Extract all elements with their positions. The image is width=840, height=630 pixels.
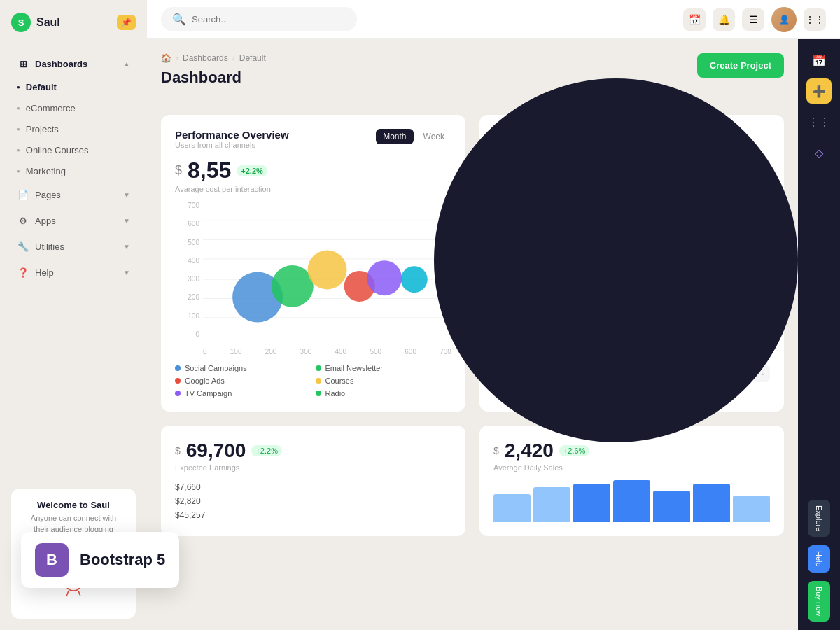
sidebar-item-pages[interactable]: 📄 Pages ▼ xyxy=(6,182,141,207)
sidebar-item-online-courses[interactable]: ● Online Courses xyxy=(6,140,141,160)
sales-item-3: $45,257 xyxy=(175,508,451,522)
tab-week[interactable]: Week xyxy=(416,129,451,144)
utilities-label: Utilities xyxy=(35,241,64,252)
author-tab-mobile[interactable]: 📱 Mobile xyxy=(636,158,678,202)
view-btn-jane[interactable]: → xyxy=(753,280,770,297)
bar-7 xyxy=(733,496,770,522)
content-wrapper: 🏠 › Dashboards › Default Dashboard Creat… xyxy=(147,39,840,630)
bar-1 xyxy=(493,494,531,522)
author-tab-crypto[interactable]: 💰 Crypto xyxy=(541,158,583,202)
author-name-guy: Guy Hawkins xyxy=(524,238,582,248)
search-box[interactable]: 🔍 xyxy=(161,7,357,31)
svg-point-17 xyxy=(308,251,347,290)
page-title: Dashboard xyxy=(161,69,266,87)
svg-point-28 xyxy=(501,365,511,374)
mobile-label: Mobile xyxy=(646,183,668,192)
author-tabs: 🖥 SaaS 💰 Crypto 👥 Social xyxy=(493,158,770,202)
help-label: Help xyxy=(35,267,54,278)
chart-area xyxy=(203,202,451,338)
author-tab-saas[interactable]: 🖥 SaaS xyxy=(493,158,536,202)
breadcrumb: 🏠 › Dashboards › Default xyxy=(161,53,266,63)
sidebar-item-marketing[interactable]: ● Marketing xyxy=(6,161,141,181)
sidebar-header: S Saul 📌 xyxy=(0,0,147,45)
earnings-label: Expected Earnings xyxy=(175,463,451,472)
svg-line-5 xyxy=(66,591,69,596)
performance-card: Performance Overview Users from all chan… xyxy=(161,115,465,412)
header-left: 🏠 › Dashboards › Default Dashboard xyxy=(161,53,266,101)
svg-point-26 xyxy=(501,322,511,332)
right-grid-icon[interactable]: ⋮⋮ xyxy=(806,109,832,134)
sparkline-guy xyxy=(706,237,748,258)
explore-button[interactable]: Explore xyxy=(808,500,830,537)
performance-title: Performance Overview xyxy=(175,129,289,141)
pages-icon: 📄 xyxy=(17,188,29,201)
saas-label: SaaS xyxy=(505,183,524,191)
welcome-title: Welcome to Saul xyxy=(22,500,125,510)
online-courses-label: Online Courses xyxy=(26,145,89,155)
earnings-sales-list: $7,660 $2,820 $45,257 xyxy=(175,480,451,522)
topbar-menu-icon[interactable]: ☰ xyxy=(742,8,764,31)
performance-value: $ 8,55 +2.2% xyxy=(175,158,451,183)
default-label: Default xyxy=(26,82,57,92)
sparkline-jacob xyxy=(706,321,748,342)
performance-label: Avarage cost per interaction xyxy=(175,185,451,193)
performance-subtitle: Users from all channels xyxy=(175,141,289,149)
view-btn-jacob[interactable]: → xyxy=(753,323,770,340)
legend-email: Email Newsletter xyxy=(316,364,452,372)
topbar-grid-icon[interactable]: ⋮⋮ xyxy=(804,8,826,31)
author-name-jacob: Jacob Jones xyxy=(524,322,580,332)
author-country-jacob: Poland xyxy=(524,332,580,341)
user-avatar[interactable]: 👤 xyxy=(771,7,797,32)
svg-point-24 xyxy=(501,279,511,289)
earnings-value: 69,700 xyxy=(186,440,246,462)
sidebar-item-projects[interactable]: ● Projects xyxy=(6,119,141,139)
conv-rate-jacob: 92.56% xyxy=(669,326,700,337)
buy-now-button[interactable]: Buy now xyxy=(808,581,830,622)
right-diamond-icon[interactable]: ◇ xyxy=(806,140,832,165)
author-row-jane: Jane Cooper Monaco 63.83% → xyxy=(493,267,770,310)
author-country-cody: Mexico xyxy=(524,375,582,384)
topbar-calendar-icon[interactable]: 📅 xyxy=(683,8,706,31)
dashboards-label: Dashboards xyxy=(35,59,88,69)
performance-header: Performance Overview Users from all chan… xyxy=(175,129,451,149)
others-icon: 🔖 xyxy=(696,164,714,181)
content-main: 🏠 › Dashboards › Default Dashboard Creat… xyxy=(147,39,798,630)
right-add-icon[interactable]: ➕ xyxy=(806,78,832,104)
sidebar-item-apps[interactable]: ⚙ Apps ▼ xyxy=(6,208,141,233)
utilities-chevron: ▼ xyxy=(123,243,130,251)
sidebar-item-ecommerce[interactable]: ● eCommerce xyxy=(6,98,141,118)
dashboards-icon: ⊞ xyxy=(17,57,29,70)
bubble-svg xyxy=(203,202,451,338)
view-btn-cody[interactable]: → xyxy=(753,365,770,382)
authors-table-header: AUTHOR CONV. CHART VIEW xyxy=(493,211,770,227)
sales-item-1: $7,660 xyxy=(175,480,451,494)
topbar-bell-icon[interactable]: 🔔 xyxy=(713,8,735,31)
help-button[interactable]: Help xyxy=(808,545,830,573)
sidebar-item-dashboards[interactable]: ⊞ Dashboards ▲ xyxy=(6,51,141,76)
projects-label: Projects xyxy=(26,124,59,134)
create-project-button[interactable]: Create Project xyxy=(697,53,784,78)
svg-line-6 xyxy=(78,591,80,596)
sidebar-item-help[interactable]: ❓ Help ▼ xyxy=(6,260,141,285)
utilities-icon: 🔧 xyxy=(17,240,29,253)
svg-point-19 xyxy=(367,260,402,295)
search-icon: 🔍 xyxy=(172,13,186,26)
pin-button[interactable]: 📌 xyxy=(117,15,136,30)
sidebar-item-utilities[interactable]: 🔧 Utilities ▼ xyxy=(6,234,141,259)
legend-tv: TV Campaign xyxy=(175,389,312,398)
sales-item-2: $2,820 xyxy=(175,494,451,508)
author-row-jacob: Jacob Jones Poland 92.56% → xyxy=(493,310,770,353)
svg-point-16 xyxy=(272,265,314,307)
right-calendar-icon[interactable]: 📅 xyxy=(806,48,832,73)
sparkline-cody xyxy=(706,363,748,384)
view-btn-guy[interactable]: → xyxy=(753,239,770,255)
sidebar-item-default[interactable]: ● Default xyxy=(6,77,141,97)
tab-month[interactable]: Month xyxy=(376,129,413,144)
bootstrap-text: Bootstrap 5 xyxy=(80,551,165,569)
search-input[interactable] xyxy=(192,14,346,24)
author-tab-others[interactable]: 🔖 Others xyxy=(684,158,726,202)
author-tab-social[interactable]: 👥 Social xyxy=(589,158,631,202)
breadcrumb-dashboards[interactable]: Dashboards xyxy=(183,53,228,63)
breadcrumb-home-icon: 🏠 xyxy=(161,53,172,63)
chart-legend: Social Campaigns Email Newsletter Google… xyxy=(175,364,451,398)
